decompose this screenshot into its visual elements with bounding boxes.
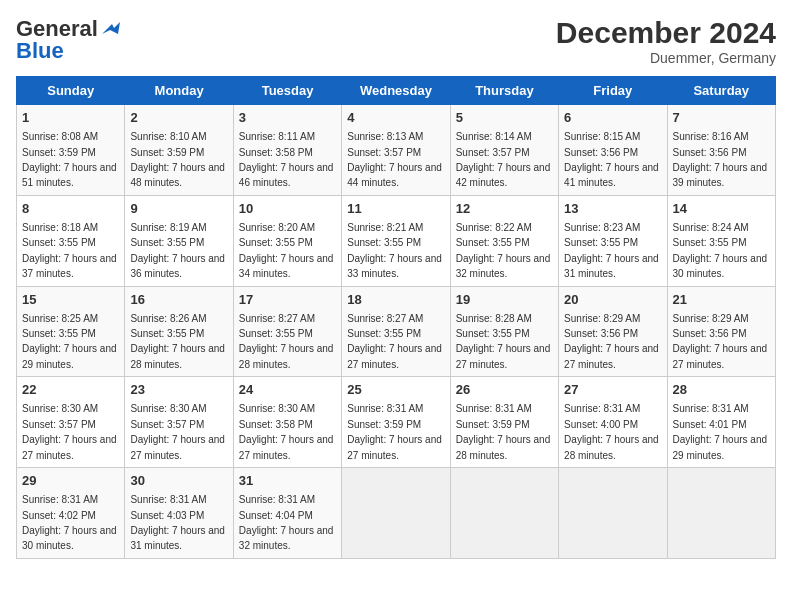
day-info: Sunrise: 8:30 AMSunset: 3:57 PMDaylight:… (22, 403, 117, 460)
calendar-cell: 31Sunrise: 8:31 AMSunset: 4:04 PMDayligh… (233, 468, 341, 559)
calendar-cell (667, 468, 775, 559)
day-info: Sunrise: 8:27 AMSunset: 3:55 PMDaylight:… (347, 313, 442, 370)
day-number: 8 (22, 200, 119, 218)
week-row-2: 8Sunrise: 8:18 AMSunset: 3:55 PMDaylight… (17, 195, 776, 286)
day-number: 15 (22, 291, 119, 309)
calendar-cell: 10Sunrise: 8:20 AMSunset: 3:55 PMDayligh… (233, 195, 341, 286)
calendar-cell: 8Sunrise: 8:18 AMSunset: 3:55 PMDaylight… (17, 195, 125, 286)
calendar-table: Sunday Monday Tuesday Wednesday Thursday… (16, 76, 776, 559)
day-number: 4 (347, 109, 444, 127)
calendar-cell: 19Sunrise: 8:28 AMSunset: 3:55 PMDayligh… (450, 286, 558, 377)
day-number: 19 (456, 291, 553, 309)
page-header: General Blue December 2024 Duemmer, Germ… (16, 16, 776, 66)
day-info: Sunrise: 8:19 AMSunset: 3:55 PMDaylight:… (130, 222, 225, 279)
day-number: 22 (22, 381, 119, 399)
day-number: 2 (130, 109, 227, 127)
calendar-cell: 1Sunrise: 8:08 AMSunset: 3:59 PMDaylight… (17, 105, 125, 196)
logo-blue: Blue (16, 38, 64, 64)
day-info: Sunrise: 8:16 AMSunset: 3:56 PMDaylight:… (673, 131, 768, 188)
day-info: Sunrise: 8:25 AMSunset: 3:55 PMDaylight:… (22, 313, 117, 370)
calendar-cell (450, 468, 558, 559)
day-info: Sunrise: 8:31 AMSunset: 3:59 PMDaylight:… (347, 403, 442, 460)
day-number: 9 (130, 200, 227, 218)
calendar-cell: 18Sunrise: 8:27 AMSunset: 3:55 PMDayligh… (342, 286, 450, 377)
calendar-cell: 24Sunrise: 8:30 AMSunset: 3:58 PMDayligh… (233, 377, 341, 468)
col-monday: Monday (125, 77, 233, 105)
day-info: Sunrise: 8:31 AMSunset: 4:02 PMDaylight:… (22, 494, 117, 551)
day-number: 17 (239, 291, 336, 309)
day-number: 27 (564, 381, 661, 399)
day-number: 29 (22, 472, 119, 490)
calendar-cell: 27Sunrise: 8:31 AMSunset: 4:00 PMDayligh… (559, 377, 667, 468)
day-number: 28 (673, 381, 770, 399)
calendar-cell: 4Sunrise: 8:13 AMSunset: 3:57 PMDaylight… (342, 105, 450, 196)
calendar-cell: 16Sunrise: 8:26 AMSunset: 3:55 PMDayligh… (125, 286, 233, 377)
calendar-cell: 2Sunrise: 8:10 AMSunset: 3:59 PMDaylight… (125, 105, 233, 196)
calendar-cell: 20Sunrise: 8:29 AMSunset: 3:56 PMDayligh… (559, 286, 667, 377)
calendar-cell: 28Sunrise: 8:31 AMSunset: 4:01 PMDayligh… (667, 377, 775, 468)
day-info: Sunrise: 8:08 AMSunset: 3:59 PMDaylight:… (22, 131, 117, 188)
day-info: Sunrise: 8:15 AMSunset: 3:56 PMDaylight:… (564, 131, 659, 188)
day-info: Sunrise: 8:11 AMSunset: 3:58 PMDaylight:… (239, 131, 334, 188)
day-number: 21 (673, 291, 770, 309)
day-info: Sunrise: 8:24 AMSunset: 3:55 PMDaylight:… (673, 222, 768, 279)
day-info: Sunrise: 8:28 AMSunset: 3:55 PMDaylight:… (456, 313, 551, 370)
day-info: Sunrise: 8:13 AMSunset: 3:57 PMDaylight:… (347, 131, 442, 188)
day-info: Sunrise: 8:27 AMSunset: 3:55 PMDaylight:… (239, 313, 334, 370)
day-info: Sunrise: 8:31 AMSunset: 4:03 PMDaylight:… (130, 494, 225, 551)
day-number: 11 (347, 200, 444, 218)
day-info: Sunrise: 8:31 AMSunset: 3:59 PMDaylight:… (456, 403, 551, 460)
calendar-cell: 23Sunrise: 8:30 AMSunset: 3:57 PMDayligh… (125, 377, 233, 468)
calendar-cell: 9Sunrise: 8:19 AMSunset: 3:55 PMDaylight… (125, 195, 233, 286)
calendar-cell: 26Sunrise: 8:31 AMSunset: 3:59 PMDayligh… (450, 377, 558, 468)
calendar-cell: 22Sunrise: 8:30 AMSunset: 3:57 PMDayligh… (17, 377, 125, 468)
day-number: 31 (239, 472, 336, 490)
day-number: 20 (564, 291, 661, 309)
day-info: Sunrise: 8:10 AMSunset: 3:59 PMDaylight:… (130, 131, 225, 188)
day-number: 5 (456, 109, 553, 127)
calendar-cell: 17Sunrise: 8:27 AMSunset: 3:55 PMDayligh… (233, 286, 341, 377)
calendar-cell: 12Sunrise: 8:22 AMSunset: 3:55 PMDayligh… (450, 195, 558, 286)
logo-bird-icon (100, 20, 122, 38)
col-saturday: Saturday (667, 77, 775, 105)
day-info: Sunrise: 8:21 AMSunset: 3:55 PMDaylight:… (347, 222, 442, 279)
day-number: 7 (673, 109, 770, 127)
calendar-cell: 15Sunrise: 8:25 AMSunset: 3:55 PMDayligh… (17, 286, 125, 377)
calendar-cell: 7Sunrise: 8:16 AMSunset: 3:56 PMDaylight… (667, 105, 775, 196)
calendar-cell: 6Sunrise: 8:15 AMSunset: 3:56 PMDaylight… (559, 105, 667, 196)
calendar-cell: 13Sunrise: 8:23 AMSunset: 3:55 PMDayligh… (559, 195, 667, 286)
calendar-cell (559, 468, 667, 559)
day-number: 23 (130, 381, 227, 399)
day-number: 1 (22, 109, 119, 127)
svg-marker-0 (102, 22, 120, 34)
col-tuesday: Tuesday (233, 77, 341, 105)
month-title: December 2024 (556, 16, 776, 50)
col-friday: Friday (559, 77, 667, 105)
day-number: 6 (564, 109, 661, 127)
title-area: December 2024 Duemmer, Germany (556, 16, 776, 66)
calendar-cell: 21Sunrise: 8:29 AMSunset: 3:56 PMDayligh… (667, 286, 775, 377)
day-info: Sunrise: 8:29 AMSunset: 3:56 PMDaylight:… (673, 313, 768, 370)
day-number: 13 (564, 200, 661, 218)
calendar-cell (342, 468, 450, 559)
week-row-5: 29Sunrise: 8:31 AMSunset: 4:02 PMDayligh… (17, 468, 776, 559)
day-number: 10 (239, 200, 336, 218)
day-number: 12 (456, 200, 553, 218)
location: Duemmer, Germany (556, 50, 776, 66)
day-info: Sunrise: 8:31 AMSunset: 4:00 PMDaylight:… (564, 403, 659, 460)
logo: General Blue (16, 16, 122, 64)
day-number: 16 (130, 291, 227, 309)
calendar-cell: 25Sunrise: 8:31 AMSunset: 3:59 PMDayligh… (342, 377, 450, 468)
day-info: Sunrise: 8:14 AMSunset: 3:57 PMDaylight:… (456, 131, 551, 188)
calendar-cell: 14Sunrise: 8:24 AMSunset: 3:55 PMDayligh… (667, 195, 775, 286)
day-info: Sunrise: 8:22 AMSunset: 3:55 PMDaylight:… (456, 222, 551, 279)
day-info: Sunrise: 8:30 AMSunset: 3:57 PMDaylight:… (130, 403, 225, 460)
day-info: Sunrise: 8:18 AMSunset: 3:55 PMDaylight:… (22, 222, 117, 279)
day-number: 3 (239, 109, 336, 127)
day-info: Sunrise: 8:26 AMSunset: 3:55 PMDaylight:… (130, 313, 225, 370)
calendar-cell: 29Sunrise: 8:31 AMSunset: 4:02 PMDayligh… (17, 468, 125, 559)
col-sunday: Sunday (17, 77, 125, 105)
day-number: 14 (673, 200, 770, 218)
col-thursday: Thursday (450, 77, 558, 105)
week-row-4: 22Sunrise: 8:30 AMSunset: 3:57 PMDayligh… (17, 377, 776, 468)
